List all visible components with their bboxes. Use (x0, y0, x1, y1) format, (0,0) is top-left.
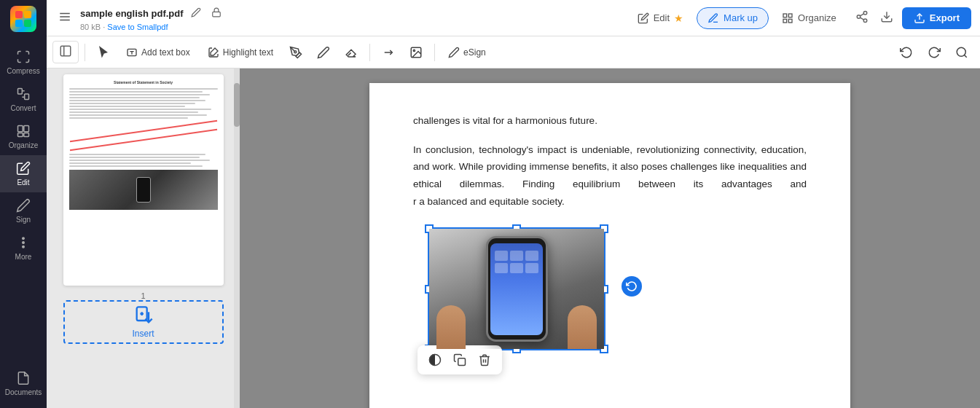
image-delete-button[interactable] (473, 348, 496, 372)
svg-rect-0 (15, 11, 23, 18)
redo-button[interactable] (922, 42, 946, 63)
sidebar-item-sign[interactable]: Sign (0, 192, 47, 230)
svg-rect-17 (783, 14, 787, 17)
toolbar: Add text box Highlight text (47, 36, 980, 68)
file-info: sample english pdf.pdf 80 kB (80, 4, 224, 31)
sidebar-item-edit[interactable]: Edit (0, 155, 47, 192)
toolbar-divider-1 (85, 44, 85, 61)
topbar: sample english pdf.pdf 80 kB (47, 0, 980, 36)
svg-rect-3 (24, 20, 31, 27)
svg-point-35 (957, 47, 965, 56)
tab-organize[interactable]: Organize (772, 8, 847, 28)
lock-button[interactable] (208, 4, 224, 23)
svg-rect-4 (18, 89, 23, 95)
svg-rect-6 (18, 126, 23, 132)
tab-edit[interactable]: Edit ★ (627, 8, 694, 28)
svg-rect-1 (24, 11, 31, 18)
svg-rect-28 (60, 46, 71, 56)
svg-line-24 (860, 17, 863, 20)
svg-rect-7 (24, 126, 29, 132)
content-area: Statement of Statement in Society (47, 68, 980, 408)
topbar-left: sample english pdf.pdf 80 kB (55, 4, 622, 31)
file-name: sample english pdf.pdf (80, 4, 224, 23)
tab-markup[interactable]: Mark up (697, 7, 769, 29)
main-area: sample english pdf.pdf 80 kB (47, 0, 980, 408)
topbar-right: Export (852, 7, 971, 29)
svg-point-12 (23, 246, 25, 248)
svg-point-11 (23, 242, 25, 244)
svg-line-36 (964, 55, 966, 57)
sidebar-item-more[interactable]: More (0, 230, 47, 267)
download-button[interactable] (877, 7, 896, 28)
mode-tabs: Edit ★ Mark up Organize (627, 7, 847, 29)
pages-panel: Statement of Statement in Society (47, 68, 240, 408)
selected-image (429, 229, 604, 349)
sidebar-item-compress[interactable]: Compress (0, 44, 47, 81)
line-tool-button[interactable] (376, 42, 401, 63)
pages-panel-toggle[interactable] (52, 41, 79, 63)
search-button[interactable] (949, 42, 974, 63)
image-inline-container: r a balanced and equitable society. (413, 193, 565, 211)
sidebar-item-documents[interactable]: Documents (0, 365, 47, 402)
cursor-tool-button[interactable] (91, 42, 116, 63)
svg-rect-18 (788, 14, 792, 17)
selected-image-wrapper (428, 221, 605, 350)
highlight-text-button[interactable]: Highlight text (200, 43, 281, 62)
pdf-text: challenges is vital for a harmonious fut… (413, 112, 807, 210)
svg-rect-16 (212, 12, 220, 16)
svg-rect-2 (15, 20, 23, 27)
rotate-handle[interactable] (622, 276, 642, 297)
image-copy-button[interactable] (448, 348, 471, 372)
svg-point-21 (863, 12, 867, 15)
page-thumb-content: Statement of Statement in Society (63, 74, 224, 216)
svg-rect-19 (783, 19, 787, 23)
page-thumbnail: Statement of Statement in Society (63, 74, 224, 286)
selected-image-container[interactable] (428, 227, 605, 350)
svg-line-25 (860, 14, 863, 16)
sidebar-item-convert[interactable]: Convert (0, 81, 47, 118)
pdf-viewer[interactable]: challenges is vital for a harmonious fut… (240, 68, 980, 408)
add-text-box-button[interactable]: Add text box (119, 43, 197, 62)
scroll-track[interactable] (234, 68, 240, 408)
svg-point-34 (413, 50, 415, 51)
edit-filename-button[interactable] (188, 4, 204, 23)
eraser-tool-button[interactable] (339, 42, 364, 63)
hamburger-button[interactable] (55, 7, 74, 28)
app-logo (10, 6, 36, 32)
image-toolbar (418, 345, 502, 374)
pages-insert-zone[interactable]: Insert (63, 300, 224, 344)
svg-rect-9 (24, 133, 29, 137)
esign-button[interactable]: eSign (441, 43, 493, 62)
scroll-thumb[interactable] (234, 83, 240, 127)
save-to-smallpdf-link[interactable]: Save to Smallpdf (107, 23, 168, 31)
svg-rect-5 (25, 94, 29, 100)
svg-rect-39 (458, 358, 466, 366)
svg-point-10 (23, 238, 25, 240)
edit-star-icon: ★ (674, 12, 683, 24)
insert-image-button[interactable]: Insert image (I) (404, 42, 428, 63)
pen-tool-button[interactable] (283, 42, 308, 63)
svg-point-22 (857, 15, 861, 19)
svg-point-23 (863, 19, 867, 23)
toolbar-divider-2 (369, 44, 370, 61)
page-thumb-image (69, 170, 218, 210)
file-meta: 80 kB · Save to Smallpdf (80, 23, 224, 31)
page-number: 1 (52, 291, 234, 300)
svg-rect-20 (788, 19, 792, 23)
pencil-tool-button[interactable] (311, 42, 336, 63)
undo-button[interactable] (894, 42, 919, 63)
export-button[interactable]: Export (902, 7, 971, 29)
pdf-page: challenges is vital for a harmonious fut… (369, 83, 850, 408)
sidebar-item-organize[interactable]: Organize (0, 118, 47, 155)
share-button[interactable] (852, 7, 871, 28)
sidebar: Compress Convert Organize Edit Sign (0, 0, 47, 408)
svg-rect-8 (18, 133, 23, 137)
svg-point-31 (294, 50, 297, 52)
phone-image (429, 229, 604, 349)
page-thumb-title: Statement of Statement in Society (69, 80, 218, 85)
image-color-button[interactable] (423, 348, 447, 372)
toolbar-divider-3 (434, 44, 435, 61)
